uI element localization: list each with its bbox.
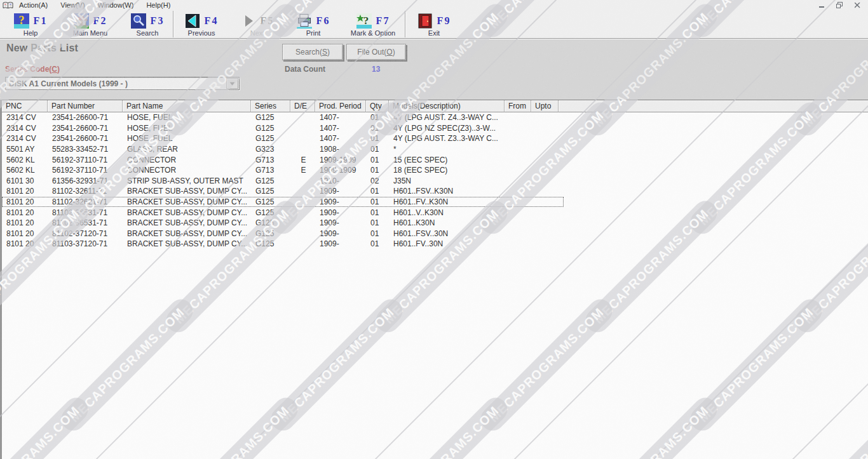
menu-help[interactable]: Help(H) [146, 1, 170, 9]
table-row[interactable]: 8101 2081102-32621-71BRACKET SUB-ASSY, D… [2, 197, 868, 208]
exit-door-icon [417, 13, 433, 29]
toolbar-button-label: Search [137, 29, 159, 37]
series-code-combobox[interactable]: DISK A1 Current Models (1999 - ) [5, 77, 240, 90]
toolbar-button-print[interactable]: F6Print [285, 10, 341, 38]
cell-part-name: STRIP SUB-ASSY, OUTER MAST [123, 176, 252, 185]
table-row-inner: 2314 CV23541-26600-71HOSE, FUELG1251407-… [2, 133, 564, 144]
column-header-qty[interactable]: Qty [366, 100, 389, 112]
cell-series: G125 [252, 229, 291, 238]
toolbar-button-exit[interactable]: F9Exit [405, 10, 463, 38]
cell-models-description-: H601..FSV..30N [390, 229, 505, 238]
file-out-button[interactable]: File Out(O) [346, 44, 406, 60]
table-row-inner: 8101 2081102-37120-71BRACKET SUB-ASSY, D… [2, 229, 564, 239]
cell-part-number: 61356-32931-71 [48, 176, 123, 185]
fkey-label: F2 [93, 15, 107, 27]
fkey-label: F5 [261, 15, 275, 27]
cell-part-number: 81103-37120-71 [48, 239, 123, 248]
cell-series: G713 [252, 166, 291, 175]
toolbar-button-help[interactable]: ?F1Help [3, 10, 58, 38]
column-header-part-name[interactable]: Part Name [123, 100, 251, 112]
column-header-upto[interactable]: Upto [531, 100, 559, 112]
cell-prod-period: 1407- [316, 113, 367, 122]
cell-qty: 01 [367, 156, 390, 164]
cell-qty: 01 [367, 229, 390, 238]
cell-models-description-: J35N [390, 176, 505, 185]
chevron-down-icon[interactable] [226, 78, 238, 89]
table-row[interactable]: 5602 KL56192-37110-71CONNECTORG713E1909-… [2, 165, 868, 176]
table-row[interactable]: 8101 2081102-36531-71BRACKET SUB-ASSY, D… [2, 218, 868, 229]
data-count-value: 13 [372, 65, 380, 74]
toolbar-button-main-menu[interactable]: F2Main Menu [58, 10, 122, 38]
toolbar-button-label: Mark & Option [351, 29, 395, 37]
table-row[interactable]: 8101 2081103-37120-71BRACKET SUB-ASSY, D… [2, 239, 868, 249]
cell-part-name: BRACKET SUB-ASSY, DUMP CY... [123, 218, 252, 227]
column-header-models-description-[interactable]: Models(Description) [389, 100, 505, 112]
page-title: New Parts List [6, 43, 78, 54]
cell-models-description-: H601..FV..K30N [390, 197, 505, 206]
cell-part-number: 81102-36531-71 [48, 218, 123, 227]
cell-pnc: 6101 30 [3, 176, 48, 185]
cell-series: G125 [252, 208, 291, 217]
window-controls [817, 1, 862, 9]
cell-pnc: 2314 CV [3, 113, 48, 122]
restore-icon[interactable] [835, 1, 844, 9]
cell-part-name: BRACKET SUB-ASSY, DUMP CY... [123, 208, 252, 217]
cell-qty: 01 [367, 197, 390, 206]
column-header-pnc[interactable]: PNC [2, 100, 48, 112]
close-icon[interactable] [853, 1, 862, 9]
cell-qty: 01 [367, 113, 390, 122]
search-icon [131, 13, 146, 29]
menu-action[interactable]: Action(A) [19, 1, 48, 9]
cell-series: G125 [252, 197, 291, 206]
column-header-prod-period[interactable]: Prod. Period [315, 100, 366, 112]
column-header-series[interactable]: Series [251, 100, 290, 112]
filter-band: New Parts List Search(S) File Out(O) Ser… [0, 39, 868, 100]
cell-part-name: CONNECTOR [123, 166, 252, 175]
search-button[interactable]: Search(S) [282, 44, 343, 60]
column-header-part-number[interactable]: Part Number [48, 100, 123, 112]
table-rows: 2314 CV23541-26600-71HOSE, FUELG1251407-… [2, 112, 868, 249]
column-header-d-e[interactable]: D/E [290, 100, 315, 112]
table-row[interactable]: 8101 2081102-32611-71BRACKET SUB-ASSY, D… [2, 186, 868, 197]
cell-models-description-: H601..FSV..K30N [390, 187, 505, 196]
printer-icon [297, 13, 312, 29]
cell-prod-period: 1910- [316, 176, 367, 185]
toolbar-button-mark-option[interactable]: ?F7Mark & Option [341, 10, 405, 38]
table-row[interactable]: 5501 AY55283-33452-71GLASS, REARG3231908… [2, 144, 868, 155]
table-row[interactable]: 8101 2081102-37120-71BRACKET SUB-ASSY, D… [2, 229, 868, 239]
parts-list: PNCPart NumberPart NameSeriesD/EProd. Pe… [0, 100, 868, 459]
menu-bar: Action(A) View(V) Window(W) Help(H) [0, 0, 868, 10]
cell-models-description-: 15 (EEC SPEC) [390, 156, 505, 164]
toolbar-button-previous[interactable]: F4Previous [173, 10, 229, 38]
fkey-label: F6 [316, 15, 330, 27]
cell-pnc: 5602 KL [3, 166, 48, 175]
cell-prod-period: 1909- [316, 187, 367, 196]
cell-part-number: 23541-26600-71 [48, 124, 123, 133]
help-icon: ? [14, 13, 29, 29]
cell-prod-period: 1407- [316, 124, 367, 133]
table-row[interactable]: 5602 KL56192-37110-71CONNECTORG713E1909-… [2, 154, 868, 165]
next-arrow-icon [241, 13, 256, 29]
toolbar-button-next: F5Next [229, 10, 285, 38]
cell-pnc: 2314 CV [3, 124, 48, 133]
cell-series: G125 [252, 124, 291, 133]
cell-part-name: CONNECTOR [123, 156, 252, 164]
table-row[interactable]: 8101 2081102-36531-71BRACKET SUB-ASSY, D… [2, 207, 868, 218]
cell-part-number: 56192-37110-71 [48, 156, 123, 164]
table-row[interactable]: 2314 CV23541-26600-71HOSE, FUELG1251407-… [2, 133, 868, 144]
table-row[interactable]: 6101 3061356-32931-71STRIP SUB-ASSY, OUT… [2, 176, 868, 187]
cell-models-description-: H601..FV..30N [390, 239, 505, 248]
minimize-icon[interactable] [817, 1, 826, 9]
cell-series: G125 [252, 218, 291, 227]
column-header-from[interactable]: From [505, 100, 531, 112]
table-row[interactable]: 2314 CV23541-26600-71HOSE, FUELG1251407-… [2, 123, 868, 134]
cell-series: G125 [252, 176, 291, 185]
cell-qty: 01 [367, 187, 390, 196]
toolbar-button-search[interactable]: F3Search [122, 10, 173, 38]
cell-models-description-: 4Y (LPG AUST. Z4..3-WAY C... [390, 113, 505, 122]
menu-window[interactable]: Window(W) [98, 1, 134, 9]
table-row[interactable]: 2314 CV23541-26600-71HOSE, FUELG1251407-… [2, 112, 868, 123]
menu-view[interactable]: View(V) [60, 1, 85, 9]
cell-prod-period: 1909-1909 [316, 156, 367, 164]
cell-pnc: 8101 20 [3, 187, 48, 196]
